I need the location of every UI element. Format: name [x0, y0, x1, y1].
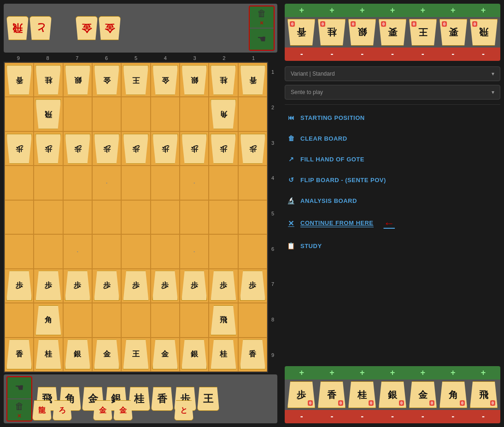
- cell-8-1[interactable]: [238, 303, 267, 337]
- add-btn-7[interactable]: +: [469, 6, 497, 15]
- cell-7-3[interactable]: 歩: [180, 269, 209, 303]
- hand-piece-ou[interactable]: 王: [197, 387, 219, 411]
- cell-3-6[interactable]: 歩: [92, 131, 121, 166]
- delete-button-bottom[interactable]: 🗑 ✕: [7, 399, 31, 421]
- minus-btn-5[interactable]: -: [409, 49, 437, 59]
- add-btn-b2[interactable]: +: [318, 368, 346, 378]
- sel-piece-2[interactable]: 桂0: [318, 19, 346, 46]
- cell-7-1[interactable]: 歩: [238, 269, 267, 303]
- sel-piece-5[interactable]: 王0: [409, 19, 437, 46]
- minus-btn-4[interactable]: -: [379, 49, 406, 59]
- cell-8-3[interactable]: [180, 303, 209, 337]
- cell-1-9[interactable]: 香: [5, 63, 34, 97]
- cell-3-1[interactable]: 歩: [238, 131, 267, 166]
- sel-piece-3[interactable]: 銀0: [348, 19, 376, 46]
- cell-1-2[interactable]: 桂: [209, 63, 238, 97]
- cell-6-6[interactable]: [92, 234, 121, 268]
- hand-piece[interactable]: 金: [76, 16, 98, 40]
- minus-btn-b4[interactable]: -: [379, 412, 406, 421]
- cell-6-8[interactable]: [34, 234, 63, 268]
- cell-6-7[interactable]: [63, 234, 92, 268]
- fill-hand-gote-link[interactable]: ↗ FILL HAND OF GOTE: [285, 151, 500, 168]
- minus-btn-7[interactable]: -: [469, 49, 497, 59]
- cell-7-2[interactable]: 歩: [209, 269, 238, 303]
- cell-6-3[interactable]: [180, 234, 209, 268]
- cell-2-9[interactable]: [5, 97, 34, 131]
- cell-4-6[interactable]: [92, 166, 121, 200]
- cell-8-6[interactable]: [92, 303, 121, 337]
- cell-9-3[interactable]: 銀: [180, 338, 209, 372]
- sel-piece-b3[interactable]: 桂0: [348, 381, 376, 408]
- add-btn-b1[interactable]: +: [288, 368, 316, 378]
- cell-4-7[interactable]: [63, 166, 92, 200]
- cell-8-8[interactable]: 角: [34, 303, 63, 337]
- turn-select[interactable]: Sente to play ▾: [285, 85, 500, 100]
- cell-4-5[interactable]: [121, 166, 150, 200]
- sel-piece-b5[interactable]: 金0: [409, 381, 437, 408]
- sel-piece-b2[interactable]: 香0: [318, 381, 346, 408]
- hand-piece-narikin[interactable]: 金: [93, 400, 112, 421]
- cell-8-2[interactable]: 飛: [209, 303, 238, 337]
- cell-9-1[interactable]: 香: [238, 338, 267, 372]
- cell-5-7[interactable]: [63, 200, 92, 234]
- add-btn-b5[interactable]: +: [409, 368, 437, 378]
- cell-9-8[interactable]: 桂: [34, 338, 63, 372]
- minus-btn-6[interactable]: -: [439, 49, 467, 59]
- cell-6-2[interactable]: [209, 234, 238, 268]
- study-link[interactable]: 📋 STUDY: [285, 237, 500, 255]
- minus-btn-2[interactable]: -: [318, 49, 346, 59]
- cell-6-5[interactable]: [121, 234, 150, 268]
- cell-8-4[interactable]: [151, 303, 180, 337]
- cell-9-9[interactable]: 香: [5, 338, 34, 372]
- sel-piece-4[interactable]: 要0: [379, 19, 406, 46]
- minus-btn-b1[interactable]: -: [288, 412, 316, 421]
- add-btn-b7[interactable]: +: [469, 368, 497, 378]
- cell-4-8[interactable]: [34, 166, 63, 200]
- cell-1-8[interactable]: 桂: [34, 63, 63, 97]
- cell-1-7[interactable]: 銀: [63, 63, 92, 97]
- variant-select[interactable]: Variant | Standard ▾: [285, 66, 500, 81]
- minus-btn-b6[interactable]: -: [439, 412, 467, 421]
- cell-2-3[interactable]: [180, 97, 209, 131]
- hand-piece[interactable]: と: [29, 16, 52, 40]
- add-btn-5[interactable]: +: [409, 6, 437, 15]
- hand-piece-to[interactable]: ろ: [53, 400, 72, 421]
- cell-4-9[interactable]: [5, 166, 34, 200]
- cell-4-1[interactable]: [238, 166, 267, 200]
- minus-btn-3[interactable]: -: [348, 49, 376, 59]
- cell-7-4[interactable]: 歩: [151, 269, 180, 303]
- sel-piece-1[interactable]: 香0: [287, 19, 315, 46]
- shogi-board[interactable]: 香 桂 銀 金 王 金 銀 桂 香 飛 角 歩: [4, 62, 268, 373]
- cell-5-1[interactable]: [238, 200, 267, 234]
- add-btn-b4[interactable]: +: [379, 368, 406, 378]
- cell-6-1[interactable]: [238, 234, 267, 268]
- cell-1-5[interactable]: 王: [121, 63, 150, 97]
- cell-4-4[interactable]: [151, 166, 180, 200]
- cell-3-2[interactable]: 歩: [209, 131, 238, 166]
- cell-6-4[interactable]: [151, 234, 180, 268]
- cell-1-6[interactable]: 金: [92, 63, 121, 97]
- hand-piece-to-2[interactable]: と: [174, 400, 193, 421]
- cell-3-7[interactable]: 歩: [63, 131, 92, 166]
- cell-2-4[interactable]: [151, 97, 180, 131]
- add-btn-3[interactable]: +: [348, 6, 376, 15]
- cell-3-8[interactable]: 歩: [34, 131, 63, 166]
- cell-5-6[interactable]: [92, 200, 121, 234]
- hand-piece[interactable]: 金: [99, 16, 121, 40]
- cell-9-5[interactable]: 王: [121, 338, 150, 372]
- cell-7-9[interactable]: 歩: [5, 269, 34, 303]
- sel-piece-b7[interactable]: 飛0: [470, 381, 498, 408]
- add-btn-6[interactable]: +: [439, 6, 467, 15]
- cell-9-7[interactable]: 銀: [63, 338, 92, 372]
- cell-7-7[interactable]: 歩: [63, 269, 92, 303]
- sel-piece-6[interactable]: 要0: [440, 19, 467, 46]
- cell-3-4[interactable]: 歩: [151, 131, 180, 166]
- analysis-board-link[interactable]: 🔬 ANALYSIS BOARD: [285, 192, 500, 209]
- cell-7-8[interactable]: 歩: [34, 269, 63, 303]
- cell-3-3[interactable]: 歩: [180, 131, 209, 166]
- cell-6-9[interactable]: [5, 234, 34, 268]
- cell-4-2[interactable]: [209, 166, 238, 200]
- add-btn-b3[interactable]: +: [348, 368, 376, 378]
- cell-5-8[interactable]: [34, 200, 63, 234]
- cell-9-2[interactable]: 桂: [209, 338, 238, 372]
